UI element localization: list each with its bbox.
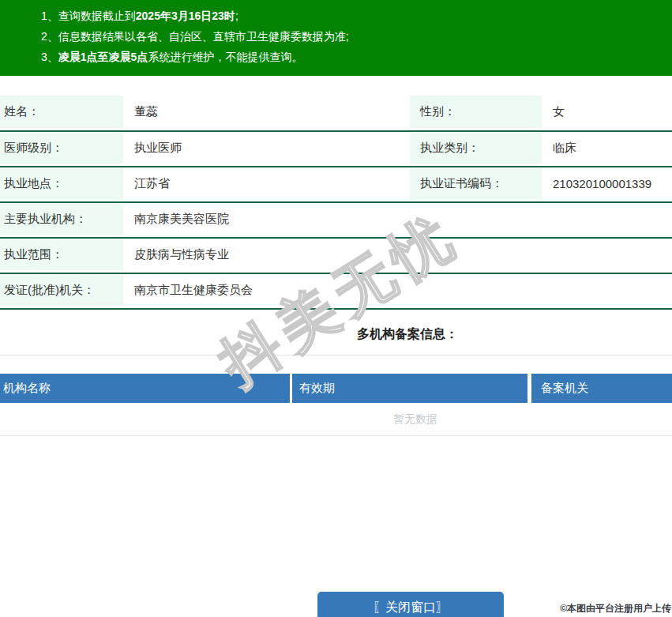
field-value-doctor-level: 执业医师 — [134, 132, 182, 164]
field-label-issuing-authority: 发证(批准)机关： — [0, 275, 123, 306]
field-value-practice-scope: 皮肤病与性病专业 — [134, 239, 229, 271]
records-col-header-validity: 有效期 — [292, 374, 527, 403]
notice-line-1-text: 1、查询数据截止到 — [41, 9, 136, 22]
notice-line-3: 3、凌晨1点至凌晨5点系统进行维护，不能提供查询。 — [41, 47, 672, 67]
field-value-practice-location: 江苏省 — [134, 167, 170, 200]
divider-line-bottom — [0, 435, 672, 436]
empty-data-text: 暂无数据 — [0, 412, 672, 427]
field-label-name: 姓名： — [0, 96, 123, 128]
section-title-multi-org-records: 多机构备案信息： — [0, 326, 672, 343]
info-row-level-category: 医师级别： 执业医师 执业类别： 临床 — [0, 132, 672, 167]
field-value-gender: 女 — [553, 95, 565, 129]
notice-line-2: 2、信息数据结果以各省、自治区、直辖市卫生健康委数据为准; — [41, 26, 672, 47]
notice-line-2-text: 2、信息数据结果以各省、自治区、直辖市卫生健康委数据为准; — [41, 30, 349, 43]
notice-line-3-text: 3、 — [41, 51, 58, 63]
field-label-gender: 性别： — [410, 96, 542, 128]
field-value-name: 董蕊 — [134, 95, 158, 129]
notice-line-1-suffix: ; — [235, 9, 238, 22]
notice-line-1-bold: 2025年3月16日23时 — [136, 9, 235, 22]
divider-line-top — [0, 355, 672, 356]
info-row-main-institution: 主要执业机构： 南京康美美容医院 — [0, 203, 672, 239]
notice-line-1: 1、查询数据截止到2025年3月16日23时; — [41, 6, 672, 26]
field-label-practice-category: 执业类别： — [410, 133, 542, 164]
info-row-issuing-authority: 发证(批准)机关： 南京市卫生健康委员会 — [0, 274, 672, 310]
copyright-note: ©本图由平台注册用户上传 — [560, 602, 671, 615]
field-value-main-institution: 南京康美美容医院 — [134, 203, 229, 235]
info-row-practice-scope: 执业范围： 皮肤病与性病专业 — [0, 239, 672, 274]
field-label-practice-location: 执业地点： — [0, 168, 123, 199]
field-value-license-number: 210320100001339 — [553, 167, 651, 200]
notice-banner: 1、查询数据截止到2025年3月16日23时; 2、信息数据结果以各省、自治区、… — [0, 0, 672, 76]
field-label-main-institution: 主要执业机构： — [0, 204, 123, 235]
close-window-button[interactable]: 〖关闭窗口〗 — [317, 592, 504, 617]
field-label-doctor-level: 医师级别： — [0, 133, 123, 164]
notice-line-3-suffix: 系统进行维护，不能提供查询。 — [148, 51, 302, 63]
field-value-practice-category: 临床 — [553, 132, 576, 164]
records-col-header-institution: 机构名称 — [0, 374, 290, 403]
info-row-name-gender: 姓名： 董蕊 性别： 女 — [0, 95, 672, 132]
info-row-location-license: 执业地点： 江苏省 执业证书编码： 210320100001339 — [0, 167, 672, 203]
field-label-license-number: 执业证书编码： — [410, 168, 542, 199]
field-value-issuing-authority: 南京市卫生健康委员会 — [134, 274, 253, 307]
field-label-practice-scope: 执业范围： — [0, 239, 123, 270]
records-col-header-authority: 备案机关 — [531, 374, 672, 403]
notice-line-3-bold: 凌晨1点至凌晨5点 — [58, 51, 148, 63]
